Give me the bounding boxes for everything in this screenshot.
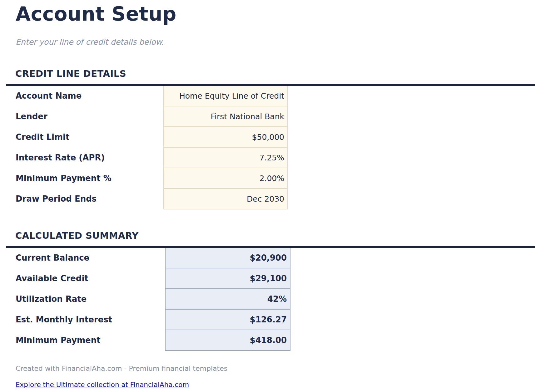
summary-row: Current Balance $20,900	[0, 248, 541, 268]
credit-line-row: Credit Limit $50,000	[0, 127, 541, 148]
row-value-input-cell[interactable]: First National Bank	[163, 106, 288, 127]
row-label: Minimum Payment %	[16, 168, 112, 188]
section-heading-credit-line-details: CREDIT LINE DETAILS	[15, 68, 126, 79]
row-label: Interest Rate (APR)	[16, 148, 105, 168]
row-label: Lender	[16, 106, 47, 126]
row-value-input-cell[interactable]: 2.00%	[163, 168, 288, 189]
row-label: Current Balance	[16, 248, 89, 268]
calculated-summary-table: Current Balance $20,900 Available Credit…	[0, 248, 541, 351]
credit-line-row: Draw Period Ends Dec 2030	[0, 189, 541, 209]
page-title: Account Setup	[16, 2, 176, 25]
row-label: Available Credit	[16, 268, 88, 288]
row-value-calculated-cell: $418.00	[165, 330, 290, 351]
row-label: Est. Monthly Interest	[16, 310, 112, 330]
row-label: Draw Period Ends	[16, 189, 97, 209]
row-value-input-cell[interactable]: Dec 2030	[163, 189, 288, 209]
row-value-calculated-cell: 42%	[165, 289, 290, 310]
credit-line-details-table: Account Name Home Equity Line of Credit …	[0, 86, 541, 209]
row-value-calculated-cell: $126.27	[165, 310, 290, 330]
row-value-calculated-cell: $20,900	[165, 248, 290, 268]
summary-row: Est. Monthly Interest $126.27	[0, 310, 541, 330]
row-label: Utilization Rate	[16, 289, 87, 309]
row-value-input-cell[interactable]: Home Equity Line of Credit	[163, 86, 288, 106]
row-value-input-cell[interactable]: $50,000	[163, 127, 288, 148]
financialaha-link[interactable]: Explore the Ultimate collection at Finan…	[16, 381, 189, 389]
summary-row: Minimum Payment $418.00	[0, 330, 541, 351]
summary-row: Utilization Rate 42%	[0, 289, 541, 310]
credit-line-row: Minimum Payment % 2.00%	[0, 168, 541, 189]
footer-credit-text: Created with FinancialAha.com - Premium …	[16, 365, 227, 372]
credit-line-row: Lender First National Bank	[0, 106, 541, 127]
credit-line-row: Interest Rate (APR) 7.25%	[0, 148, 541, 168]
row-value-input-cell[interactable]: 7.25%	[163, 148, 288, 168]
row-label: Account Name	[16, 86, 82, 106]
section-heading-calculated-summary: CALCULATED SUMMARY	[15, 230, 139, 241]
summary-row: Available Credit $29,100	[0, 268, 541, 289]
credit-line-row: Account Name Home Equity Line of Credit	[0, 86, 541, 106]
page-subtitle: Enter your line of credit details below.	[16, 37, 164, 47]
row-label: Credit Limit	[16, 127, 69, 147]
row-value-calculated-cell: $29,100	[165, 268, 290, 289]
row-label: Minimum Payment	[16, 330, 101, 350]
